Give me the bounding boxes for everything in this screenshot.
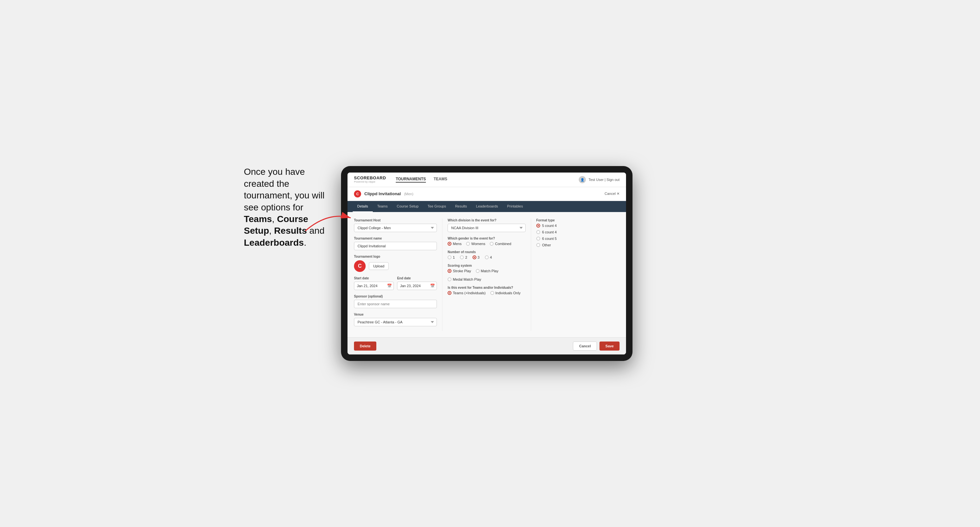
sponsor-input[interactable] — [354, 300, 437, 308]
tournament-header: C Clippd Invitational (Men) Cancel ✕ — [347, 187, 626, 201]
avatar: 👤 — [579, 176, 586, 183]
upload-button[interactable]: Upload — [369, 262, 389, 270]
logo-label: Tournament logo — [354, 255, 437, 258]
host-select[interactable]: Clippd College - Men — [354, 224, 437, 232]
scoring-label: Scoring system — [447, 264, 525, 267]
gender-womens[interactable]: Womens — [466, 242, 485, 246]
gender-radio-group: Mens Womens Combined — [447, 242, 525, 246]
individuals-only[interactable]: Individuals Only — [490, 291, 521, 295]
cancel-button[interactable]: Cancel — [573, 341, 597, 351]
scoring-radio-group: Stroke Play Match Play Medal Match Play — [447, 269, 525, 281]
save-button[interactable]: Save — [600, 341, 620, 351]
format-group: Format type 5 count 4 6 count 4 6 count … — [536, 219, 614, 247]
format-5count4[interactable]: 5 count 4 — [536, 224, 614, 227]
round-4[interactable]: 4 — [485, 256, 492, 259]
date-group: Start date 📅 End date 📅 — [354, 276, 437, 295]
format-5count4-radio[interactable] — [536, 224, 540, 227]
form-content: Tournament Host Clippd College - Men Tou… — [347, 212, 626, 337]
form-col-3: Format type 5 count 4 6 count 4 6 count … — [531, 219, 620, 331]
format-other[interactable]: Other — [536, 243, 614, 247]
tournament-logo-circle: C — [354, 190, 361, 197]
venue-group: Venue Peachtree GC - Atlanta - GA — [354, 313, 437, 326]
tab-leaderboards[interactable]: Leaderboards — [471, 201, 503, 212]
round-2-radio[interactable] — [460, 256, 464, 259]
tab-details[interactable]: Details — [353, 201, 373, 212]
tablet-frame: SCOREBOARD Powered by clippd TOURNAMENTS… — [341, 166, 633, 360]
teams-label: Is this event for Teams and/or Individua… — [447, 286, 525, 289]
gender-mens[interactable]: Mens — [447, 242, 461, 246]
calendar-icon-2: 📅 — [430, 284, 435, 288]
division-label: Which division is the event for? — [447, 219, 525, 222]
teams-plus-individuals[interactable]: Teams (+Individuals) — [447, 291, 485, 295]
delete-button[interactable]: Delete — [354, 341, 376, 351]
tab-printables[interactable]: Printables — [503, 201, 528, 212]
brand-sub: Powered by clippd — [354, 181, 386, 184]
format-6count5-radio[interactable] — [536, 237, 540, 241]
scoring-match[interactable]: Match Play — [476, 269, 498, 273]
round-3[interactable]: 3 — [473, 256, 480, 259]
format-6count4-radio[interactable] — [536, 230, 540, 234]
round-1[interactable]: 1 — [447, 256, 455, 259]
round-2[interactable]: 2 — [460, 256, 467, 259]
gender-combined-radio[interactable] — [490, 242, 493, 246]
name-input[interactable] — [354, 242, 437, 250]
tab-results[interactable]: Results — [450, 201, 471, 212]
sub-tabs: Details Teams Course Setup Tee Groups Re… — [347, 201, 626, 212]
tab-teams[interactable]: Teams — [373, 201, 392, 212]
scoring-group: Scoring system Stroke Play Match Play — [447, 264, 525, 281]
tab-course-setup[interactable]: Course Setup — [392, 201, 423, 212]
tablet-screen: SCOREBOARD Powered by clippd TOURNAMENTS… — [347, 173, 626, 354]
rounds-group: Number of rounds 1 2 — [447, 250, 525, 259]
end-date-group: End date 📅 — [397, 276, 437, 290]
sponsor-label: Sponsor (optional) — [354, 295, 437, 298]
gender-label: Which gender is the event for? — [447, 237, 525, 240]
end-label: End date — [397, 276, 437, 280]
logo-group: Tournament logo C Upload — [354, 255, 437, 272]
arrow-icon — [302, 205, 354, 237]
logo-section: C Upload — [354, 260, 437, 272]
venue-select[interactable]: Peachtree GC - Atlanta - GA — [354, 318, 437, 326]
scoring-stroke-radio[interactable] — [447, 269, 452, 273]
nav-teams[interactable]: TEAMS — [434, 177, 447, 183]
round-1-radio[interactable] — [447, 256, 452, 259]
tab-tee-groups[interactable]: Tee Groups — [423, 201, 450, 212]
start-date-group: Start date 📅 — [354, 276, 394, 290]
scoring-match-radio[interactable] — [476, 269, 480, 273]
start-label: Start date — [354, 276, 394, 280]
host-label: Tournament Host — [354, 219, 437, 222]
end-date-wrapper: 📅 — [397, 282, 437, 290]
user-label[interactable]: Test User | Sign out — [589, 178, 620, 182]
nav-tournaments[interactable]: TOURNAMENTS — [396, 177, 426, 183]
scoring-medal[interactable]: Medal Match Play — [447, 278, 481, 281]
format-6count5[interactable]: 6 count 5 — [536, 237, 614, 241]
format-label: Format type — [536, 219, 614, 222]
division-select[interactable]: NCAA Division III — [447, 224, 525, 232]
nav-right: 👤 Test User | Sign out — [579, 176, 620, 183]
logo-circle: C — [354, 260, 366, 272]
scoring-medal-radio[interactable] — [447, 278, 452, 281]
gender-womens-radio[interactable] — [466, 242, 470, 246]
name-group: Tournament name — [354, 237, 437, 250]
name-label: Tournament name — [354, 237, 437, 240]
cancel-top-button[interactable]: Cancel ✕ — [605, 192, 620, 196]
form-col-2: Which division is the event for? NCAA Di… — [442, 219, 531, 331]
gender-group: Which gender is the event for? Mens Wome… — [447, 237, 525, 246]
brand: SCOREBOARD Powered by clippd — [354, 176, 386, 183]
round-4-radio[interactable] — [485, 256, 489, 259]
navbar: SCOREBOARD Powered by clippd TOURNAMENTS… — [347, 173, 626, 187]
format-6count4[interactable]: 6 count 4 — [536, 230, 614, 234]
scoring-stroke[interactable]: Stroke Play — [447, 269, 471, 273]
teams-radio-group: Teams (+Individuals) Individuals Only — [447, 291, 525, 295]
venue-label: Venue — [354, 313, 437, 316]
tournament-name: Clippd Invitational — [364, 191, 401, 196]
individuals-only-radio[interactable] — [490, 291, 494, 295]
form-footer: Delete Cancel Save — [347, 337, 626, 354]
calendar-icon: 📅 — [387, 284, 392, 288]
gender-combined[interactable]: Combined — [490, 242, 511, 246]
nav-links: TOURNAMENTS TEAMS — [396, 177, 569, 183]
teams-group: Is this event for Teams and/or Individua… — [447, 286, 525, 295]
round-3-radio[interactable] — [473, 256, 476, 259]
format-other-radio[interactable] — [536, 243, 540, 247]
teams-plus-radio[interactable] — [447, 291, 452, 295]
gender-mens-radio[interactable] — [447, 242, 452, 246]
